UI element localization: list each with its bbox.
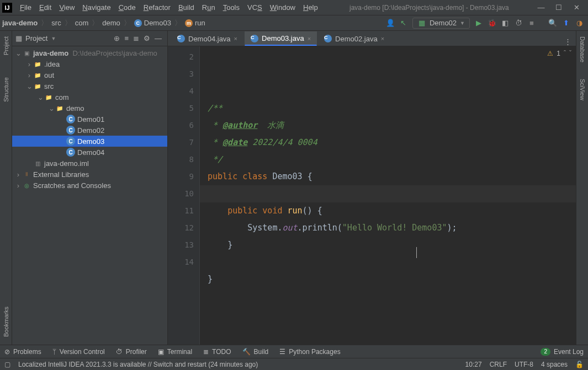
package-icon: 📁 — [44, 93, 53, 101]
source-folder-icon: 📁 — [33, 82, 42, 90]
tree-demo[interactable]: ⌄📁demo — [12, 103, 167, 114]
run-config-dropdown[interactable]: ▦ Demo02 ▼ — [412, 18, 470, 29]
editor-tab-demo02[interactable]: C Demo02.java × — [318, 31, 390, 46]
close-tab-icon[interactable]: × — [234, 35, 237, 42]
readonly-toggle-icon[interactable]: 🔓 — [575, 361, 584, 368]
tree-file-demo01[interactable]: CDemo01 — [12, 114, 167, 125]
menu-file[interactable]: File — [17, 2, 35, 13]
tool-project-tab[interactable]: Project — [2, 33, 10, 58]
line-separator[interactable]: CRLF — [490, 361, 507, 368]
menu-edit[interactable]: Edit — [36, 2, 55, 13]
menu-build[interactable]: Build — [175, 2, 198, 13]
bottom-tool-stripe: ⊘Problems ᛘVersion Control ⏱Profiler ▣Te… — [0, 345, 588, 358]
editor-tabs-menu[interactable]: ⋮ — [560, 37, 576, 46]
tool-sciview-tab[interactable]: SciView — [578, 76, 587, 104]
crumb-class[interactable]: CDemo03 — [134, 19, 171, 28]
app-logo: IJ — [2, 3, 12, 13]
module-icon: ▣ — [22, 49, 31, 57]
search-everywhere-icon[interactable]: 🔍 — [548, 19, 557, 28]
close-button[interactable]: ✕ — [573, 3, 580, 12]
tree-scratches[interactable]: ›◎Scratches and Consoles — [12, 180, 167, 191]
prev-highlight-icon[interactable]: ˆ — [564, 50, 566, 57]
menu-help[interactable]: Help — [300, 2, 321, 13]
coverage-button[interactable]: ◧ — [501, 19, 510, 28]
tool-python-packages[interactable]: ☰Python Packages — [279, 348, 340, 356]
profiler-icon: ⏱ — [116, 348, 123, 356]
menu-code[interactable]: Code — [115, 2, 139, 13]
tool-windows-toggle[interactable]: ▢ — [4, 361, 10, 368]
file-encoding[interactable]: UTF-8 — [515, 361, 533, 368]
editor-tab-demo04[interactable]: C Demo04.java × — [171, 31, 243, 46]
minimize-button[interactable]: — — [537, 3, 545, 12]
stop-button[interactable]: ■ — [527, 19, 536, 28]
tool-build[interactable]: 🔨Build — [242, 348, 269, 356]
chevron-down-icon: ▼ — [460, 20, 465, 26]
menu-window[interactable]: Window — [267, 2, 299, 13]
tool-vcs[interactable]: ᛘVersion Control — [52, 348, 105, 356]
collapse-all-icon[interactable]: ≣ — [131, 34, 141, 42]
run-config-label: Demo02 — [430, 19, 457, 27]
tool-profiler[interactable]: ⏱Profiler — [116, 348, 147, 356]
menu-view[interactable]: View — [56, 2, 78, 13]
indent-settings[interactable]: 4 spaces — [541, 361, 568, 368]
expand-all-icon[interactable]: ≡ — [122, 34, 131, 42]
tree-root[interactable]: ⌄▣ java-demo D:\IdeaProjects\java-demo — [12, 47, 167, 58]
close-tab-icon[interactable]: × — [308, 35, 311, 42]
inspection-widget[interactable]: ⚠ 1 ˆ ˇ — [547, 50, 571, 57]
editor-tab-demo03[interactable]: C Demo03.java × — [245, 31, 317, 46]
profile-button[interactable]: ⏱ — [514, 19, 523, 28]
menu-tools[interactable]: Tools — [220, 2, 243, 13]
tool-problems[interactable]: ⊘Problems — [4, 348, 41, 356]
code-content[interactable]: /** * @author 水滴 * @date 2022/4/4 0004 *… — [200, 46, 576, 345]
project-view-selector[interactable]: ▦ Project ▼ — [15, 34, 56, 42]
back-arrow-icon[interactable]: ↖ — [399, 19, 408, 28]
debug-button[interactable]: 🐞 — [488, 19, 496, 28]
menu-refactor[interactable]: Refactor — [140, 2, 174, 13]
tool-structure-tab[interactable]: Structure — [2, 74, 10, 105]
code-editor[interactable]: 2345 6789 10111213 14 /** * @author 水滴 *… — [168, 46, 576, 345]
tool-database-tab[interactable]: Database — [578, 33, 587, 66]
ide-update-icon[interactable]: ◑ — [575, 19, 584, 28]
tree-external-libs[interactable]: ›⫴External Libraries — [12, 169, 167, 180]
crumb-project[interactable]: java-demo — [2, 19, 38, 27]
tree-file-demo02[interactable]: CDemo02 — [12, 125, 167, 136]
package-icon: 📁 — [55, 104, 64, 112]
hide-icon[interactable]: — — [152, 34, 164, 42]
crumb-com[interactable]: com — [75, 19, 89, 27]
tree-file-demo04[interactable]: CDemo04 — [12, 147, 167, 158]
tool-event-log[interactable]: 2Event Log — [541, 348, 584, 356]
problems-icon: ⊘ — [4, 348, 10, 356]
main-area: Project Structure Bookmarks ▦ Project ▼ … — [0, 31, 588, 345]
tree-iml[interactable]: ▥java-demo.iml — [12, 158, 167, 169]
tree-file-demo03[interactable]: CDemo03 — [12, 136, 167, 147]
menu-vcs[interactable]: VCS — [244, 2, 266, 13]
folder-icon: 📁 — [33, 60, 42, 68]
menu-run[interactable]: Run — [199, 2, 219, 13]
maximize-button[interactable]: ☐ — [555, 3, 563, 12]
project-tool-window: ▦ Project ▼ ⊕ ≡ ≣ ⚙ — ⌄▣ java-demo D:\Id… — [12, 31, 168, 345]
build-icon: 🔨 — [242, 348, 251, 356]
menu-navigate[interactable]: Navigate — [79, 2, 114, 13]
status-message[interactable]: Localized IntelliJ IDEA 2021.3.3 is avai… — [18, 361, 258, 368]
sync-icon[interactable]: ⬆ — [561, 19, 570, 28]
menu-bar: File Edit View Navigate Code Refactor Bu… — [17, 2, 321, 13]
select-opened-file-icon[interactable]: ⊕ — [112, 34, 122, 42]
tree-src[interactable]: ⌄📁src — [12, 81, 167, 92]
run-button[interactable]: ▶ — [474, 19, 483, 28]
crumb-src[interactable]: src — [51, 19, 61, 27]
crumb-method[interactable]: mrun — [185, 19, 205, 28]
window-controls: — ☐ ✕ — [537, 3, 586, 12]
tree-out[interactable]: ›📁out — [12, 69, 167, 81]
crumb-demo[interactable]: demo — [102, 19, 120, 27]
settings-icon[interactable]: ⚙ — [141, 34, 152, 42]
class-icon: C — [324, 35, 332, 42]
tool-terminal[interactable]: ▣Terminal — [158, 348, 192, 356]
tree-com[interactable]: ⌄📁com — [12, 92, 167, 103]
add-user-icon[interactable]: 👤 — [386, 19, 395, 28]
tool-todo[interactable]: ≣TODO — [203, 348, 231, 356]
close-tab-icon[interactable]: × — [381, 35, 384, 42]
tool-bookmarks-tab[interactable]: Bookmarks — [2, 303, 10, 340]
caret-position[interactable]: 10:27 — [465, 361, 482, 368]
tree-idea[interactable]: ›📁.idea — [12, 58, 167, 69]
next-highlight-icon[interactable]: ˇ — [569, 50, 571, 57]
